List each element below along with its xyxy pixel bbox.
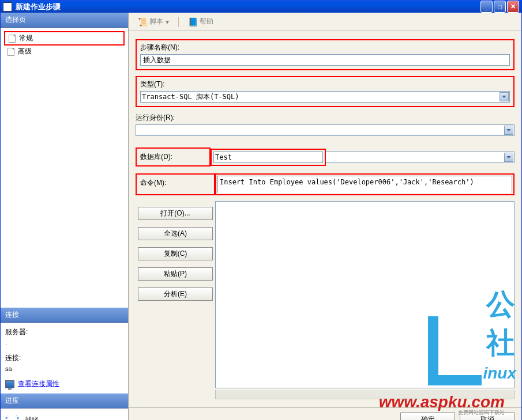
- run-as-select[interactable]: [136, 124, 515, 136]
- close-button[interactable]: ✕: [507, 1, 519, 13]
- script-icon: 📜: [138, 17, 147, 27]
- scrollbar-horizontal[interactable]: [215, 390, 515, 399]
- sidebar-item-advanced[interactable]: 高级: [4, 46, 125, 58]
- dropdown-icon: ▾: [166, 18, 169, 26]
- type-value: Transact-SQL 脚本(T-SQL): [142, 92, 239, 102]
- help-label: 帮助: [200, 17, 213, 27]
- page-icon: [6, 47, 16, 56]
- run-as-label: 运行身份(R):: [136, 113, 515, 123]
- toolbar-separator: [178, 17, 179, 27]
- database-select-ext[interactable]: [326, 152, 515, 163]
- server-value: .: [5, 339, 123, 346]
- database-label: 数据库(D):: [140, 153, 172, 161]
- database-row: 数据库(D): Test: [136, 147, 515, 167]
- chevron-down-icon[interactable]: [500, 92, 509, 101]
- main-content: 步骤名称(N): 类型(T): Transact-SQL 脚本(T-SQL) 运…: [129, 31, 521, 407]
- page-icon: [7, 34, 17, 43]
- sidebar-item-label: 高级: [18, 47, 32, 56]
- sidebar-item-general[interactable]: 常规: [4, 31, 125, 46]
- connection-value: sa: [5, 365, 123, 372]
- view-props-link[interactable]: 查看连接属性: [18, 379, 59, 389]
- run-as-group: 运行身份(R):: [136, 113, 515, 136]
- maximize-button[interactable]: □: [494, 1, 506, 13]
- type-select[interactable]: Transact-SQL 脚本(T-SQL): [140, 91, 510, 103]
- database-label-box: 数据库(D):: [136, 147, 211, 167]
- command-textarea[interactable]: [215, 201, 515, 388]
- view-connection-props[interactable]: 查看连接属性: [5, 379, 123, 389]
- chevron-down-icon[interactable]: [504, 126, 513, 135]
- type-group: 类型(T): Transact-SQL 脚本(T-SQL): [136, 76, 515, 107]
- command-text-preview: Insert Into Employee values('Developer00…: [217, 176, 512, 193]
- help-button[interactable]: 📘 帮助: [185, 16, 217, 28]
- dialog-window: 新建作业步骤 _ □ ✕ 选择页 常规 高级: [0, 0, 522, 420]
- sidebar: 选择页 常规 高级 连接 服务器: . 连接:: [1, 13, 129, 420]
- select-page-header: 选择页: [1, 13, 128, 28]
- titlebar[interactable]: 新建作业步骤 _ □ ✕: [1, 1, 521, 13]
- window-body: 选择页 常规 高级 连接 服务器: . 连接:: [1, 13, 521, 420]
- database-highlight: Test: [211, 149, 326, 166]
- parse-button[interactable]: 分析(E): [138, 287, 213, 301]
- connection-label: 连接:: [5, 353, 123, 363]
- window-controls: _ □ ✕: [480, 1, 519, 13]
- app-icon: [3, 2, 12, 12]
- type-label: 类型(T):: [140, 80, 510, 89]
- chevron-down-icon[interactable]: [504, 153, 513, 162]
- step-name-group: 步骤名称(N):: [136, 39, 515, 70]
- sidebar-item-label: 常规: [19, 33, 33, 43]
- command-buttons: 打开(O)... 全选(A) 复制(C) 粘贴(P) 分析(E): [136, 207, 215, 301]
- step-name-input[interactable]: [140, 54, 510, 66]
- progress-section: 就绪: [1, 408, 128, 420]
- window-title: 新建作业步骤: [16, 2, 480, 12]
- main-panel: 📜 脚本 ▾ 📘 帮助 步骤名称(N): 类型(T):: [129, 13, 521, 420]
- spinner-icon: [5, 413, 19, 420]
- connection-header: 连接: [1, 308, 128, 323]
- minimize-button[interactable]: _: [480, 1, 493, 13]
- script-button[interactable]: 📜 脚本 ▾: [134, 16, 172, 28]
- progress-header: 进度: [1, 393, 128, 408]
- database-select[interactable]: Test: [213, 152, 323, 163]
- copy-button[interactable]: 复制(C): [138, 247, 213, 260]
- command-highlight: Insert Into Employee values('Developer00…: [215, 173, 515, 195]
- help-icon: 📘: [188, 17, 197, 27]
- monitor-icon: [5, 380, 14, 388]
- progress-status: 就绪: [25, 415, 39, 421]
- select-all-button[interactable]: 全选(A): [138, 227, 213, 240]
- open-button[interactable]: 打开(O)...: [138, 207, 213, 220]
- server-label: 服务器:: [5, 327, 123, 337]
- cancel-button[interactable]: 取消: [460, 413, 515, 421]
- ok-button[interactable]: 确定: [400, 413, 455, 421]
- database-value: Test: [215, 153, 232, 161]
- connection-section: 服务器: . 连接: sa 查看连接属性: [1, 323, 128, 393]
- step-name-label: 步骤名称(N):: [140, 43, 510, 52]
- footer: 确定 取消: [129, 407, 521, 420]
- paste-button[interactable]: 粘贴(P): [138, 267, 213, 281]
- command-label-box: 命令(M):: [136, 173, 215, 195]
- command-full-row: 打开(O)... 全选(A) 复制(C) 粘贴(P) 分析(E): [136, 202, 515, 399]
- nav-tree: 常规 高级: [1, 28, 128, 308]
- command-row: 命令(M): Insert Into Employee values('Deve…: [136, 173, 515, 195]
- script-label: 脚本: [149, 17, 163, 27]
- command-label: 命令(M):: [140, 178, 166, 188]
- toolbar: 📜 脚本 ▾ 📘 帮助: [129, 13, 521, 31]
